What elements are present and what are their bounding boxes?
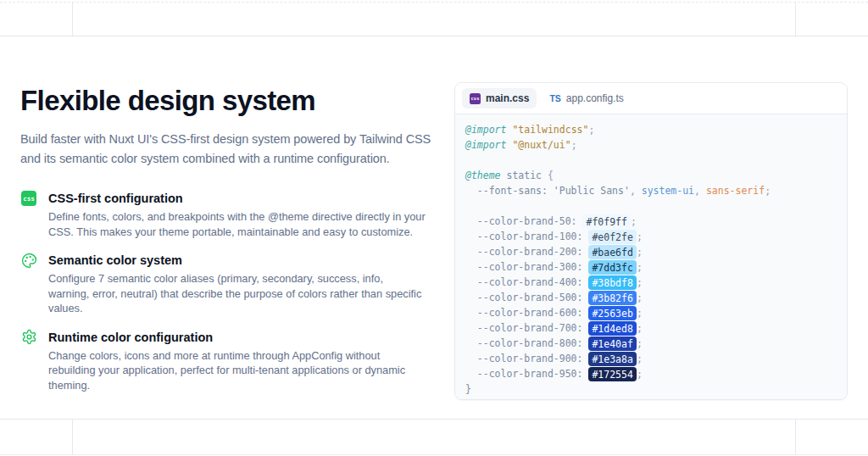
code-line — [465, 198, 838, 214]
page-subtitle: Build faster with Nuxt UI's CSS-first de… — [20, 130, 437, 168]
code-line: --color-brand-700: #1d4ed8; — [465, 320, 838, 336]
code-line: --color-brand-200: #bae6fd; — [465, 244, 838, 259]
code-panel: css main.css TS app.config.ts @import "t… — [454, 82, 848, 400]
grid-vline-bottom-left — [72, 420, 73, 455]
code-line: @theme static { — [465, 168, 838, 183]
code-line: @import "tailwindcss"; — [465, 122, 838, 137]
code-line: --color-brand-950: #172554; — [465, 366, 838, 381]
grid-line-bottom-edge — [0, 454, 868, 455]
code-line: --font-sans: 'Public Sans', system-ui, s… — [465, 183, 838, 198]
grid-dashed-line-top — [0, 2, 868, 3]
color-chip: #1d4ed8 — [588, 321, 636, 336]
color-chip: #e0f2fe — [588, 230, 636, 244]
tab-main-css[interactable]: css main.css — [462, 88, 537, 108]
typescript-icon: TS — [549, 93, 560, 103]
color-chip: #38bdf8 — [588, 275, 636, 290]
hero-section: Flexible design system Build faster with… — [20, 83, 439, 392]
palette-icon — [20, 252, 37, 269]
color-chip: #1e40af — [588, 336, 636, 351]
feature-runtime-config: Runtime color configuration Change color… — [20, 330, 426, 393]
code-line: --color-brand-500: #3b82f6; — [465, 290, 838, 305]
code-line: } — [465, 381, 838, 397]
code-line: --color-brand-50: #f0f9ff; — [465, 214, 838, 229]
feature-css-first: css CSS-first configuration Define fonts… — [20, 191, 426, 239]
feature-description: Define fonts, colors, and breakpoints wi… — [48, 209, 426, 239]
color-chip: #172554 — [588, 367, 636, 381]
grid-vline-bottom-right — [795, 420, 796, 455]
tab-app-config-ts[interactable]: TS app.config.ts — [542, 88, 631, 108]
code-line: --color-brand-900: #1e3a8a; — [465, 351, 838, 366]
code-line: --color-brand-600: #2563eb; — [465, 305, 838, 320]
grid-line-top — [0, 36, 868, 36]
grid-vline-top-right — [795, 3, 796, 36]
tab-label: app.config.ts — [566, 92, 624, 104]
feature-title: Semantic color system — [48, 253, 426, 269]
css-file-icon: css — [20, 190, 37, 207]
feature-description: Change colors, icons and more at runtime… — [48, 348, 426, 393]
gear-icon — [20, 329, 37, 346]
color-chip: #7dd3fc — [588, 260, 636, 275]
feature-description: Configure 7 semantic color aliases (prim… — [48, 271, 426, 316]
code-panel-tabbar: css main.css TS app.config.ts — [455, 83, 847, 114]
grid-line-bottom — [0, 419, 868, 420]
code-lines: @import "tailwindcss";@import "@nuxt/ui"… — [455, 114, 847, 399]
page-title: Flexible design system — [20, 83, 439, 119]
code-line: --color-brand-300: #7dd3fc; — [465, 259, 838, 275]
code-line — [465, 153, 838, 168]
code-line: --color-brand-100: #e0f2fe; — [465, 229, 838, 244]
feature-semantic-colors: Semantic color system Configure 7 semant… — [20, 253, 426, 316]
color-chip: #3b82f6 — [588, 291, 636, 305]
feature-list: css CSS-first configuration Define fonts… — [20, 191, 439, 392]
feature-title: CSS-first configuration — [48, 191, 426, 207]
code-line: @import "@nuxt/ui"; — [465, 137, 838, 153]
tab-label: main.css — [486, 92, 529, 104]
color-chip: #bae6fd — [588, 245, 636, 259]
css-file-icon: css — [470, 93, 481, 104]
color-chip: #1e3a8a — [588, 352, 636, 366]
code-line: --color-brand-400: #38bdf8; — [465, 275, 838, 290]
color-chip: #f0f9ff — [582, 214, 630, 229]
color-chip: #2563eb — [588, 306, 636, 320]
grid-vline-top-left — [72, 3, 73, 36]
feature-title: Runtime color configuration — [48, 330, 426, 346]
code-line: --color-brand-800: #1e40af; — [465, 336, 838, 351]
